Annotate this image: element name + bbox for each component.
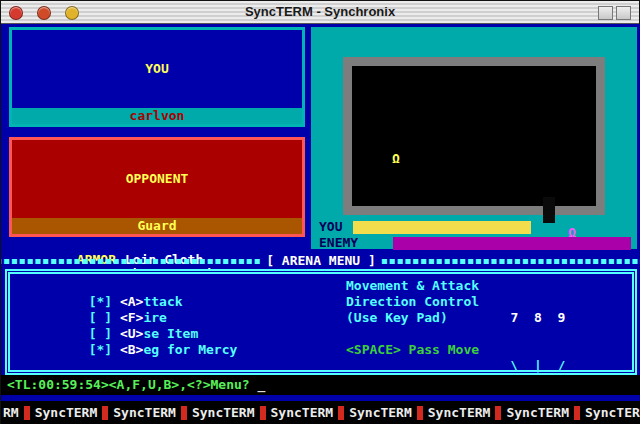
taskbar-separator [495,406,501,420]
arena-map-panel: Ω Ω YOU ENEMY [311,27,637,249]
divider-title: [ ARENA MENU ] [266,253,376,269]
player-name: carlvon [12,108,302,124]
space-pass-move-hint: <SPACE> Pass Move [346,342,479,358]
opponent-name: Guard [12,218,302,234]
arena-menu-divider: ▪▪▪▪▪▪▪▪▪▪▪▪▪▪▪▪▪▪▪▪▪▪▪▪▪▪▪▪▪▪▪▪▪▪▪▪ [ A… [1,253,640,269]
taskbar-separator [574,406,580,420]
taskbar-item-fragment[interactable]: RM [3,405,19,421]
you-bar-label: YOU [319,219,342,235]
text-cursor: _ [257,377,265,392]
map-door [543,197,555,223]
taskbar-separator [24,406,30,420]
taskbar-item[interactable]: SyncTERM [35,405,98,421]
taskbar-item[interactable]: SyncTERM [349,405,412,421]
taskbar-item[interactable]: SyncTERM [271,405,334,421]
you-panel: YOU carlvon HAND WEAPON Hands RANGE WEAP… [9,27,305,127]
divider-pattern: ▪▪▪▪▪▪▪▪▪▪▪▪▪▪▪▪▪▪▪▪▪▪▪▪▪▪▪▪▪▪▪▪▪▪▪▪ [1,253,261,269]
arena-menu-box: [*] <A>ttack [ ] <F>ire [ ] <U>se Item [… [5,269,637,375]
menu-item-beg-for-mercy[interactable]: [*] <B>eg for Mercy [26,326,237,374]
taskbar-item[interactable]: SyncTERM [428,405,491,421]
status-bar[interactable]: <TL:00:59:54><A,F,U,B>,<?>Menu? _ [1,375,640,395]
taskbar: RM SyncTERM SyncTERM SyncTERM SyncTERM S… [1,401,640,424]
menu-item-label: eg for Mercy [143,342,237,357]
player-marker: Ω [392,152,400,166]
menu-hotkey: <B> [120,342,143,357]
opponent-panel-header: OPPONENT [12,172,302,186]
arena-map: Ω Ω [343,57,605,215]
taskbar-item[interactable]: SyncTERM [585,405,640,421]
prompt-text: <TL:00:59:54><A,F,U,B>,<?>Menu? [7,377,257,392]
window: SyncTERM - Synchronix YOU carlvon HAND W… [0,0,640,424]
you-panel-header: YOU [12,62,302,76]
taskbar-separator [338,406,344,420]
keypad-row-diagonals: \ | / [490,358,586,374]
movement-help-line: Direction Control [346,294,479,310]
taskbar-item[interactable]: SyncTERM [192,405,255,421]
opponent-panel: OPPONENT Guard HAND WEAPON Short Sword R… [9,137,305,237]
taskbar-item[interactable]: SyncTERM [113,405,176,421]
enemy-bar-label: ENEMY [319,235,358,251]
size-button[interactable] [616,6,631,20]
movement-help-line: Movement & Attack [346,278,479,294]
windowshade-button[interactable] [598,6,613,20]
enemy-health-bar [393,237,631,250]
keypad-row-789: 7 8 9 [490,310,586,326]
window-title: SyncTERM - Synchronix [1,1,639,23]
you-health-bar [353,221,531,234]
movement-help-line: (Use Key Pad) [346,310,448,326]
taskbar-separator [417,406,423,420]
command-prompt[interactable]: <TL:00:59:54><A,F,U,B>,<?>Menu? _ [7,375,265,395]
divider-pattern: ▪▪▪▪▪▪▪▪▪▪▪▪▪▪▪▪▪▪▪▪▪▪▪▪▪▪▪▪▪▪▪▪▪▪▪▪ [381,253,640,269]
taskbar-separator [102,406,108,420]
taskbar-item[interactable]: SyncTERM [506,405,569,421]
menu-checkbox: [*] [89,342,120,357]
titlebar[interactable]: SyncTERM - Synchronix [1,1,639,24]
taskbar-separator [260,406,266,420]
taskbar-separator [181,406,187,420]
terminal-screen[interactable]: YOU carlvon HAND WEAPON Hands RANGE WEAP… [1,24,640,424]
